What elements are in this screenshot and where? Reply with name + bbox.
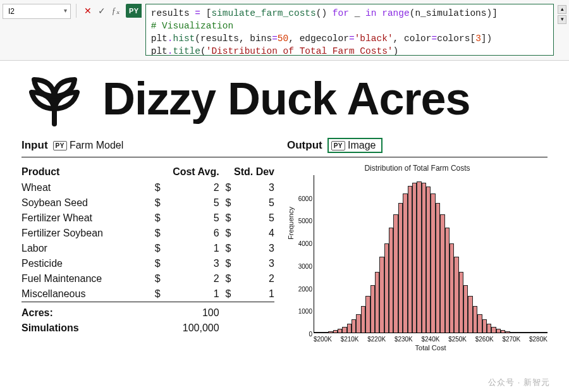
std-value[interactable]: 3: [233, 241, 274, 256]
simulations-label: Simulations: [21, 321, 149, 336]
content-row: Product Cost Avg. Std. Dev Wheat$2$3Soyb…: [21, 164, 548, 352]
cost-value[interactable]: 2: [162, 180, 219, 195]
chart-xlabel: Total Cost: [314, 344, 548, 352]
chart-ytick: 0: [295, 331, 312, 338]
chart-xtick: $240K: [422, 336, 440, 343]
chart-bar: [375, 272, 379, 333]
chart-bar: [370, 285, 375, 333]
chart-bar: [529, 332, 533, 333]
chart-bar: [524, 332, 529, 333]
cost-value[interactable]: 5: [162, 211, 219, 226]
product-name: Soybean Seed: [21, 195, 149, 211]
output-heading: Output: [287, 139, 322, 152]
input-heading: Input: [21, 139, 48, 152]
std-value[interactable]: 3: [233, 256, 274, 271]
acres-label: Acres:: [21, 302, 149, 321]
currency-symbol: $: [149, 180, 162, 195]
std-value[interactable]: 2: [233, 271, 274, 286]
currency-symbol: $: [219, 271, 233, 286]
cost-value[interactable]: 1: [162, 286, 219, 302]
chart-bar: [491, 327, 496, 333]
chart-bar: [347, 324, 352, 333]
currency-symbol: $: [219, 226, 233, 241]
chart-bar: [426, 187, 431, 333]
chart-xtick: $280K: [529, 336, 548, 343]
scroll-up-icon[interactable]: ▴: [558, 5, 566, 14]
chart-bar: [473, 306, 477, 333]
chart-ytick: 4000: [295, 240, 312, 247]
chart-bar: [379, 257, 384, 333]
chart-bar: [417, 181, 421, 333]
separator: [76, 4, 76, 18]
product-name: Fuel Maintenance: [21, 271, 149, 286]
chart-bar: [324, 332, 328, 333]
table-row: Miscellaneous$1$1: [21, 286, 274, 302]
std-value[interactable]: 5: [233, 195, 274, 211]
input-tag[interactable]: PY Farm Model: [53, 140, 124, 151]
simulations-value[interactable]: 100,000: [162, 321, 219, 336]
product-name: Fertilizer Wheat: [21, 211, 149, 226]
chart-bar: [501, 330, 505, 333]
col-std: Std. Dev: [219, 164, 274, 180]
watermark: 公众号 · 新智元: [488, 377, 550, 388]
chart-ytick: 5000: [295, 217, 312, 224]
chart-bar: [408, 186, 412, 333]
chart-bar: [510, 332, 515, 333]
chart-xticks: $200K$210K$220K$230K$240K$250K$260K$270K…: [314, 336, 548, 343]
chart-xtick: $270K: [502, 336, 520, 343]
chart-bar: [520, 332, 524, 333]
acres-value[interactable]: 100: [162, 302, 219, 321]
std-value[interactable]: 3: [233, 180, 274, 195]
product-name: Labor: [21, 241, 149, 256]
cost-value[interactable]: 1: [162, 241, 219, 256]
commit-icon[interactable]: ✓: [95, 4, 108, 18]
io-row: Input PY Farm Model Output PY Image: [21, 138, 548, 153]
chart-bar: [412, 183, 417, 333]
chart-bar: [459, 272, 463, 333]
fx-icon[interactable]: ƒₓ: [109, 4, 122, 18]
fx-controls: ✕ ✓ ƒₓ: [82, 4, 122, 18]
chart-ytick: 3000: [295, 263, 312, 270]
chart-bar: [403, 193, 407, 333]
chart-bar: [365, 296, 370, 333]
currency-symbol: $: [149, 271, 162, 286]
chart-bar: [393, 214, 398, 333]
input-table: Product Cost Avg. Std. Dev Wheat$2$3Soyb…: [21, 164, 274, 352]
input-tag-text: Farm Model: [70, 140, 123, 151]
python-badge: PY: [126, 4, 142, 18]
scroll-down-icon[interactable]: ▾: [558, 15, 566, 24]
formula-bar: ▾ ✕ ✓ ƒₓ PY results = [simulate_farm_cos…: [0, 0, 569, 61]
table-row: Soybean Seed$5$5: [21, 195, 274, 211]
currency-symbol: $: [219, 256, 233, 271]
cost-value[interactable]: 5: [162, 195, 219, 211]
python-editor[interactable]: results = [simulate_farm_costs() for _ i…: [145, 4, 554, 56]
page-title: Dizzy Duck Acres: [102, 73, 470, 125]
leaf-logo-icon: [21, 71, 87, 126]
chart-bar: [319, 332, 323, 333]
table-row: Fertilizer Soybean$6$4: [21, 226, 274, 241]
chart-bar: [314, 332, 319, 333]
output-tag[interactable]: PY Image: [327, 138, 382, 153]
name-box-wrap: ▾: [3, 4, 71, 19]
col-product: Product: [21, 164, 149, 180]
cost-value[interactable]: 2: [162, 271, 219, 286]
chart-ytick: 6000: [295, 195, 312, 202]
chart-bar: [333, 330, 338, 333]
chart-bar: [542, 332, 547, 333]
std-value[interactable]: 1: [233, 286, 274, 302]
brand-row: Dizzy Duck Acres: [21, 71, 548, 126]
name-box[interactable]: [3, 4, 71, 19]
currency-symbol: $: [149, 286, 162, 302]
table-row: Wheat$2$3: [21, 180, 274, 195]
chart-ytick: 1000: [295, 308, 312, 315]
cost-value[interactable]: 3: [162, 256, 219, 271]
chart-bar: [398, 203, 403, 333]
std-value[interactable]: 4: [233, 226, 274, 241]
currency-symbol: $: [219, 241, 233, 256]
sheet-body: Dizzy Duck Acres Input PY Farm Model Out…: [0, 61, 569, 352]
std-value[interactable]: 5: [233, 211, 274, 226]
chart-xtick: $200K: [314, 336, 332, 343]
cancel-icon[interactable]: ✕: [82, 4, 94, 18]
cost-value[interactable]: 6: [162, 226, 219, 241]
chart-bar: [328, 331, 333, 333]
